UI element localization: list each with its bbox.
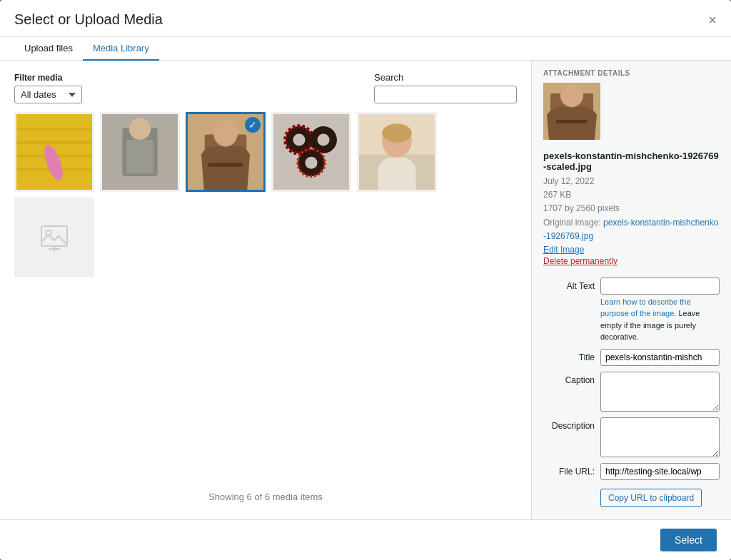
svg-rect-9 xyxy=(126,140,153,173)
attachment-meta: pexels-konstantin-mishchenko-1926769-sca… xyxy=(532,148,731,272)
media-item[interactable] xyxy=(14,112,94,192)
tab-upload[interactable]: Upload files xyxy=(14,37,83,61)
description-textarea[interactable] xyxy=(600,417,720,457)
svg-rect-13 xyxy=(208,163,243,167)
media-item[interactable] xyxy=(357,112,437,192)
svg-point-12 xyxy=(213,120,238,147)
svg-point-26 xyxy=(382,123,412,143)
attachment-thumbnail xyxy=(543,83,600,140)
svg-point-19 xyxy=(318,133,330,146)
media-count: Showing 6 of 6 media items xyxy=(14,486,517,508)
selected-checkmark: ✓ xyxy=(245,117,261,133)
attachment-fields: Alt Text Learn how to describe the purpo… xyxy=(532,272,731,513)
attachment-dimensions: 1707 by 2560 pixels xyxy=(543,202,720,215)
modal-title: Select or Upload Media xyxy=(14,11,163,28)
caption-field-row: Caption xyxy=(543,372,720,412)
attachment-size: 267 KB xyxy=(543,188,720,202)
search-label: Search xyxy=(374,72,403,83)
filter-search-bar: Filter media All dates July 2022 June 20… xyxy=(14,72,517,103)
file-url-input[interactable]: http://testing-site.local/wp xyxy=(600,463,720,480)
caption-textarea[interactable] xyxy=(600,372,720,412)
attachment-details-title: ATTACHMENT DETAILS xyxy=(532,61,731,83)
file-url-field-row: File URL: http://testing-site.local/wp xyxy=(543,463,720,480)
modal-overlay: Select or Upload Media × Upload files Me… xyxy=(0,0,731,560)
edit-image-link[interactable]: Edit Image xyxy=(543,245,720,255)
svg-point-34 xyxy=(560,84,583,107)
modal-header: Select or Upload Media × xyxy=(0,0,731,37)
title-label: Title xyxy=(543,349,595,362)
svg-rect-35 xyxy=(556,120,588,123)
media-item-placeholder[interactable] xyxy=(14,198,94,278)
svg-point-8 xyxy=(129,118,151,140)
alt-text-label: Alt Text xyxy=(543,278,595,291)
attachment-sidebar: ATTACHMENT DETAILS pexels-konstantin-mis… xyxy=(531,61,731,519)
copy-url-row: Copy URL to clipboard xyxy=(543,486,720,507)
attachment-filename: pexels-konstantin-mishchenko-1926769-sca… xyxy=(543,151,720,172)
caption-label: Caption xyxy=(543,372,595,385)
media-modal: Select or Upload Media × Upload files Me… xyxy=(0,0,731,560)
delete-permanently-link[interactable]: Delete permanently xyxy=(543,256,720,266)
modal-body: Filter media All dates July 2022 June 20… xyxy=(0,61,731,519)
modal-close-button[interactable]: × xyxy=(708,13,717,27)
search-input[interactable] xyxy=(374,86,517,103)
alt-text-field-row: Alt Text Learn how to describe the purpo… xyxy=(543,278,720,343)
search-group: Search xyxy=(374,72,517,103)
svg-rect-28 xyxy=(41,226,67,246)
date-filter-select[interactable]: All dates July 2022 June 2022 xyxy=(14,86,82,103)
title-input[interactable]: pexels-konstantin-mishch xyxy=(600,349,720,366)
file-url-label: File URL: xyxy=(543,463,595,477)
tab-bar: Upload files Media Library xyxy=(0,37,731,61)
tab-media-library[interactable]: Media Library xyxy=(83,37,159,61)
filter-label: Filter media xyxy=(14,73,82,83)
media-item[interactable] xyxy=(100,112,180,192)
select-button[interactable]: Select xyxy=(660,529,717,551)
main-content: Filter media All dates July 2022 June 20… xyxy=(0,61,531,519)
attachment-preview xyxy=(532,83,731,148)
media-grid: ✓ xyxy=(14,112,517,477)
description-field-row: Description xyxy=(543,417,720,457)
modal-footer: Select xyxy=(0,519,731,560)
svg-rect-2 xyxy=(16,141,92,144)
copy-url-button[interactable]: Copy URL to clipboard xyxy=(600,489,702,507)
svg-rect-1 xyxy=(16,128,92,131)
original-image-row: Original image: pexels-konstantin-mishch… xyxy=(543,216,720,243)
svg-point-16 xyxy=(293,133,305,146)
filter-group: Filter media All dates July 2022 June 20… xyxy=(14,73,82,103)
alt-text-input[interactable] xyxy=(600,278,720,295)
media-item-selected[interactable]: ✓ xyxy=(186,112,266,192)
alt-text-help: Learn how to describe the purpose of the… xyxy=(600,296,720,343)
title-field-row: Title pexels-konstantin-mishch xyxy=(543,349,720,366)
media-item[interactable] xyxy=(271,112,351,192)
description-label: Description xyxy=(543,417,595,431)
svg-point-21 xyxy=(305,157,317,169)
placeholder-icon xyxy=(16,200,92,275)
attachment-date: July 12, 2022 xyxy=(543,175,720,188)
original-label: Original image: xyxy=(543,218,601,228)
